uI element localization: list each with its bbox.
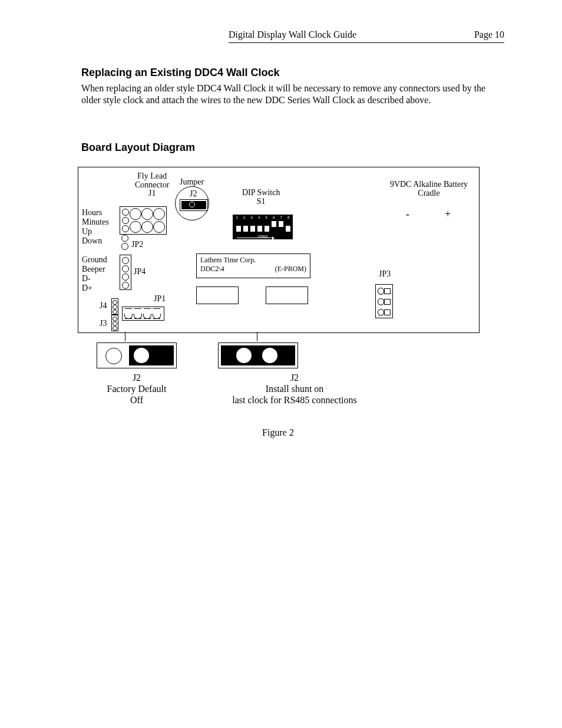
section-1-body: When replacing an older style DDC4 Wall …	[81, 83, 504, 106]
page-header: Digital Display Wall Clock Guide Page 10	[229, 29, 504, 43]
jp4-label: JP4	[134, 268, 146, 276]
small-rect-2	[266, 286, 308, 304]
section-2-heading: Board Layout Diagram	[81, 141, 504, 154]
j2-variants-row: J2 Factory Default Off J2 Install shunt …	[97, 342, 504, 406]
j2-variant-b: J2 Install shunt on last clock for RS485…	[218, 342, 371, 406]
pins1-up: Up	[82, 228, 92, 236]
jp4-component	[120, 255, 131, 290]
pins2-dminus: D-	[82, 275, 91, 284]
jp2-component	[120, 206, 167, 235]
board-layout-diagram: Fly Lead Connector J1 Jumper J2 DIP Swit…	[78, 167, 480, 333]
dip-label: DIP Switch S1	[242, 189, 280, 206]
jumper-j2-box	[180, 199, 208, 211]
jp1-label: JP1	[154, 295, 166, 304]
j3-label: J3	[100, 319, 107, 328]
pins1-down: Down	[82, 237, 102, 246]
j2-variant-a: J2 Factory Default Off	[97, 342, 177, 406]
dip-switch: 1 2 3 4 5 6 7 8 OPEN	[233, 215, 293, 239]
small-rect-1	[196, 286, 239, 304]
flylead-label: Fly Lead Connector J1	[135, 172, 169, 198]
j4-header	[111, 298, 118, 315]
pins1-minutes: Minutes	[82, 218, 109, 227]
header-title: Digital Display Wall Clock Guide	[229, 29, 356, 40]
j3-header	[111, 315, 118, 331]
eprom-box: Lathem Time Corp. DDC2\4 (E-PROM)	[196, 253, 310, 278]
jumper-label-title: Jumper	[180, 178, 204, 187]
j4-label: J4	[100, 302, 107, 311]
pins2-ground: Ground	[82, 256, 107, 265]
section-1-heading: Replacing an Existing DDC4 Wall Clock	[81, 67, 504, 79]
battery-label: 9VDC Alkaline Battery Cradle	[379, 180, 479, 197]
jp3-label: JP3	[379, 270, 391, 279]
jp3-component	[375, 284, 393, 318]
pins2-dplus: D+	[82, 284, 92, 293]
header-page: Page 10	[474, 29, 504, 40]
pins2-beeper: Beeper	[82, 265, 105, 274]
seven-segment	[122, 307, 164, 321]
figure-caption: Figure 2	[78, 427, 478, 438]
pins1-hours: Hours	[82, 209, 102, 218]
battery-minus: -	[406, 209, 409, 220]
jp2-label: JP2	[131, 241, 143, 249]
battery-plus: +	[445, 209, 451, 220]
